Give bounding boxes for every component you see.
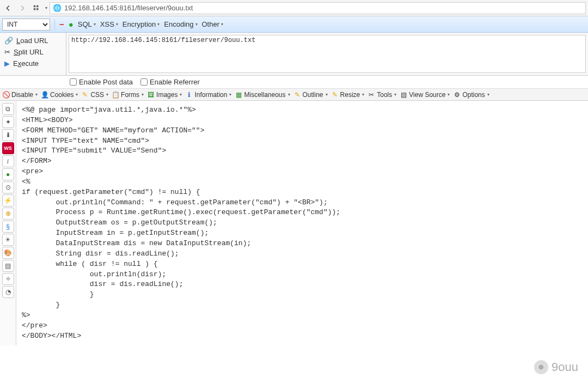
chevron-down-icon: ▾ — [157, 22, 160, 27]
grid-menu-button[interactable] — [30, 2, 42, 14]
hackbar-toolbar: INT − ● SQL▾ XSS▾ Encryption▾ Encoding▾ … — [0, 16, 588, 33]
chevron-down-icon: ▾ — [116, 22, 118, 27]
side-spiral-button[interactable]: § — [2, 221, 14, 233]
forward-button[interactable] — [16, 2, 28, 14]
info-icon: ℹ — [185, 91, 193, 99]
menu-sql[interactable]: SQL▾ — [78, 20, 96, 28]
checkbox[interactable] — [140, 78, 148, 86]
options-icon: ⚙ — [453, 91, 461, 99]
wd-outline[interactable]: ✎Outline▾ — [293, 91, 328, 99]
web-developer-toolbar: 🚫Disable▾ 👤Cookies▾ ✎CSS▾ 📋Forms▾ 🖼Image… — [0, 89, 588, 101]
bracket-icon: ⊙ — [5, 184, 11, 191]
side-code-button[interactable]: ⧉ — [2, 103, 14, 115]
play-icon: ▶ — [4, 59, 10, 68]
wd-images[interactable]: 🖼Images▾ — [147, 91, 182, 99]
disable-icon: 🚫 — [2, 91, 10, 99]
url-panel: 🔗 Load URL ✂ Split URL ▶ Execute — [0, 33, 588, 76]
chevron-down-icon: ▾ — [195, 22, 198, 27]
split-url-button[interactable]: ✂ Split URL — [2, 47, 64, 57]
svg-rect-0 — [34, 5, 36, 7]
menu-encoding[interactable]: Encoding▾ — [164, 20, 197, 28]
side-wand-button[interactable]: ⚡ — [2, 194, 14, 206]
response-body: <%@ page import="java.util.*,java.io.*"%… — [16, 101, 588, 345]
wd-miscellaneous[interactable]: ▦Miscellaneous▾ — [235, 91, 290, 99]
load-url-button[interactable]: 🔗 Load URL — [2, 36, 64, 45]
globe-icon: 🌐 — [53, 4, 61, 12]
misc-icon: ✧ — [5, 275, 11, 283]
add-button[interactable]: ● — [69, 20, 74, 29]
chevron-down-icon: ▾ — [221, 22, 223, 27]
wd-viewsource[interactable]: ▤View Source▾ — [400, 91, 450, 99]
resize-icon: ✎ — [331, 91, 339, 99]
css-icon: ✎ — [81, 91, 89, 99]
dot-icon: ● — [6, 171, 10, 178]
checkbox[interactable] — [70, 78, 77, 86]
side-sun-button[interactable]: ☀ — [2, 234, 14, 246]
chain-icon: 🔗 — [4, 37, 13, 45]
profile-select[interactable]: INT — [2, 19, 50, 31]
cookies-icon: 👤 — [41, 91, 48, 99]
spiral-icon: § — [6, 223, 10, 230]
address-bar[interactable]: 🌐 192.168.146.145:8161/fileserver/9ouu.t… — [50, 2, 586, 14]
settings-icon: ▤ — [5, 262, 11, 270]
arrow-left-icon — [4, 4, 12, 12]
side-globe-button[interactable]: ⊕ — [2, 208, 14, 220]
source-icon: ▤ — [400, 91, 407, 99]
wd-options[interactable]: ⚙Options▾ — [453, 91, 489, 99]
side-puzzle-button[interactable]: ✦ — [2, 116, 14, 128]
download-icon: ⬇ — [5, 131, 11, 139]
enable-referrer-checkbox[interactable]: Enable Referrer — [140, 78, 200, 86]
side-download-button[interactable]: ⬇ — [2, 129, 14, 141]
main-row: ⧉ ✦ ⬇ WS i ● ⊙ ⚡ ⊕ § ☀ 🎨 ▤ ✧ ◔ <%@ page … — [0, 101, 588, 345]
scissors-icon: ✂ — [4, 48, 10, 56]
remove-button[interactable]: − — [59, 20, 64, 29]
images-icon: 🖼 — [147, 91, 155, 99]
side-tool-column: ⧉ ✦ ⬇ WS i ● ⊙ ⚡ ⊕ § ☀ 🎨 ▤ ✧ ◔ — [0, 101, 16, 345]
wd-forms[interactable]: 📋Forms▾ — [112, 91, 144, 99]
side-dot-button[interactable]: ● — [2, 168, 14, 180]
chevron-down-icon: ▾ — [45, 5, 47, 10]
enable-post-checkbox[interactable]: Enable Post data — [70, 78, 133, 86]
menu-other[interactable]: Other▾ — [202, 20, 224, 28]
tools-icon: ✂ — [367, 91, 375, 99]
execute-button[interactable]: ▶ Execute — [2, 59, 64, 68]
info-icon: i — [7, 157, 9, 166]
side-ws-button[interactable]: WS — [2, 142, 14, 154]
wd-css[interactable]: ✎CSS▾ — [81, 91, 108, 99]
side-circle-button[interactable]: ◔ — [2, 286, 14, 298]
back-button[interactable] — [2, 2, 14, 14]
side-misc-button[interactable]: ✧ — [2, 273, 14, 285]
wd-resize[interactable]: ✎Resize▾ — [331, 91, 365, 99]
side-info-button[interactable]: i — [2, 155, 14, 167]
chevron-down-icon: ▾ — [94, 22, 96, 27]
wd-disable[interactable]: 🚫Disable▾ — [2, 91, 38, 99]
svg-rect-1 — [36, 5, 39, 7]
separator — [54, 19, 55, 30]
code-icon: ⧉ — [5, 105, 10, 113]
puzzle-icon: ✦ — [5, 118, 11, 126]
grid-icon — [33, 4, 40, 12]
forms-icon: 📋 — [112, 91, 119, 99]
menu-encryption[interactable]: Encryption▾ — [122, 20, 160, 28]
wd-tools[interactable]: ✂Tools▾ — [367, 91, 396, 99]
wand-icon: ⚡ — [4, 197, 12, 204]
wd-information[interactable]: ℹInformation▾ — [185, 91, 231, 99]
side-bracket-button[interactable]: ⊙ — [2, 181, 14, 193]
browser-nav-toolbar: ▾ 🌐 192.168.146.145:8161/fileserver/9ouu… — [0, 0, 588, 16]
side-palette-button[interactable]: 🎨 — [2, 247, 14, 259]
action-label: ecute — [21, 59, 39, 68]
palette-icon: 🎨 — [4, 249, 12, 257]
outline-icon: ✎ — [293, 91, 301, 99]
circle-icon: ◔ — [5, 288, 11, 296]
svg-rect-3 — [36, 8, 39, 10]
enable-options: Enable Post data Enable Referrer — [0, 76, 588, 89]
url-textarea[interactable] — [69, 35, 586, 73]
action-label: oad URL — [20, 37, 48, 45]
misc-icon: ▦ — [235, 91, 242, 99]
sun-icon: ☀ — [5, 236, 11, 244]
url-action-list: 🔗 Load URL ✂ Split URL ▶ Execute — [0, 33, 66, 75]
action-label: plit URL — [19, 48, 44, 56]
side-settings-button[interactable]: ▤ — [2, 260, 14, 272]
wd-cookies[interactable]: 👤Cookies▾ — [41, 91, 78, 99]
menu-xss[interactable]: XSS▾ — [100, 20, 118, 28]
